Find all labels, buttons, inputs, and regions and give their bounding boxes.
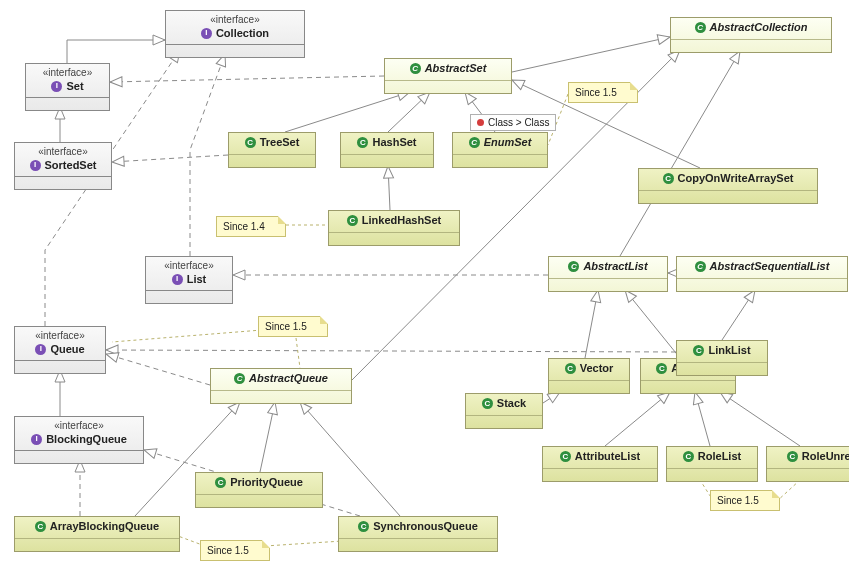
constraint-popup[interactable]: Class > Class [470,114,556,131]
class-icon: C [234,373,245,384]
node-queue[interactable]: «interface» IQueue [14,326,106,374]
node-sortedset[interactable]: «interface» ISortedSet [14,142,112,190]
constraint-text: Class > Class [488,117,549,128]
interface-icon: I [35,344,46,355]
class-icon: C [482,398,493,409]
node-copyonwritearrayset[interactable]: CCopyOnWriteArraySet [638,168,818,204]
class-icon: C [568,261,579,272]
node-vector[interactable]: CVector [548,358,630,394]
node-set[interactable]: «interface» ISet [25,63,110,111]
class-icon: C [347,215,358,226]
class-icon: C [656,363,667,374]
node-arrayblockingqueue[interactable]: CArrayBlockingQueue [14,516,180,552]
class-icon: C [787,451,798,462]
class-icon: C [693,345,704,356]
node-blockingqueue[interactable]: «interface» IBlockingQueue [14,416,144,464]
node-stack[interactable]: CStack [465,393,543,429]
node-abstractlist[interactable]: CAbstractList [548,256,668,292]
stereotype: «interface» [210,14,259,27]
node-enumset[interactable]: CEnumSet [452,132,548,168]
class-icon: C [358,521,369,532]
node-collection[interactable]: «interface» ICollection [165,10,305,58]
node-hashset[interactable]: CHashSet [340,132,434,168]
interface-icon: I [201,28,212,39]
node-priorityqueue[interactable]: CPriorityQueue [195,472,323,508]
node-abstractqueue[interactable]: CAbstractQueue [210,368,352,404]
node-treeset[interactable]: CTreeSet [228,132,316,168]
class-icon: C [215,477,226,488]
note-since14[interactable]: Since 1.4 [216,216,286,237]
node-synchronousqueue[interactable]: CSynchronousQueue [338,516,498,552]
node-linkedhashset[interactable]: CLinkedHashSet [328,210,460,246]
node-title: Collection [216,27,269,41]
note-since15-rolelists[interactable]: Since 1.5 [710,490,780,511]
node-abstractset[interactable]: CAbstractSet [384,58,512,94]
interface-icon: I [172,274,183,285]
note-since15-blockingqueues[interactable]: Since 1.5 [200,540,270,561]
node-linklist[interactable]: CLinkList [676,340,768,376]
node-attributelist[interactable]: CAttributeList [542,446,658,482]
note-since15-queue[interactable]: Since 1.5 [258,316,328,337]
interface-icon: I [31,434,42,445]
class-icon: C [560,451,571,462]
constraint-error-icon [477,119,484,126]
interface-icon: I [51,81,62,92]
class-icon: C [663,173,674,184]
class-icon: C [357,137,368,148]
node-roleunresolvedlist[interactable]: CRoleUnresolvedList [766,446,849,482]
class-icon: C [469,137,480,148]
class-icon: C [683,451,694,462]
class-icon: C [695,261,706,272]
class-icon: C [695,22,706,33]
class-icon: C [410,63,421,74]
node-list[interactable]: «interface» IList [145,256,233,304]
uml-canvas: «interface» ICollection «interface» ISet… [0,0,849,577]
class-icon: C [565,363,576,374]
class-icon: C [35,521,46,532]
interface-icon: I [30,160,41,171]
node-abstractcollection[interactable]: CAbstractCollection [670,17,832,53]
note-since15-enumset[interactable]: Since 1.5 [568,82,638,103]
node-rolelist[interactable]: CRoleList [666,446,758,482]
class-icon: C [245,137,256,148]
node-abstractseqlist[interactable]: CAbstractSequentialList [676,256,848,292]
